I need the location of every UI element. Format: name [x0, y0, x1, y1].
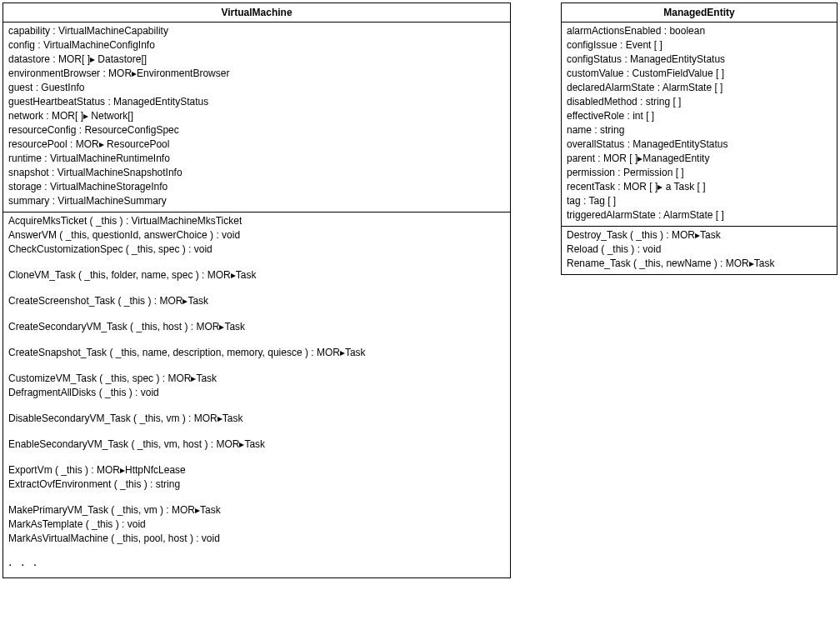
- vm-method-row: MarkAsVirtualMachine ( _this, pool, host…: [8, 532, 505, 546]
- vm-method-row: ExportVm ( _this ) : MOR▸HttpNfcLease: [8, 463, 505, 478]
- class-title-virtualmachine: VirtualMachine: [3, 3, 510, 22]
- vm-method-row: ExtractOvfEnvironment ( _this ) : string: [8, 478, 505, 492]
- vm-attribute-row: config : VirtualMachineConfigInfo: [8, 38, 505, 52]
- vm-method-row: CreateScreenshot_Task ( _this ) : MOR▸Ta…: [8, 294, 505, 308]
- vm-attribute-row: runtime : VirtualMachineRuntimeInfo: [8, 152, 505, 166]
- me-attribute-row: overallStatus : ManagedEntityStatus: [567, 138, 832, 152]
- me-attribute-row: configStatus : ManagedEntityStatus: [567, 52, 832, 67]
- vm-method-row: CreateSnapshot_Task ( _this, name, descr…: [8, 346, 505, 360]
- vm-method-row: AnswerVM ( _this, questionId, answerChoi…: [8, 228, 505, 242]
- methods-section-vm: AcquireMksTicket ( _this ) : VirtualMach…: [3, 212, 510, 549]
- vm-method-row: MakePrimaryVM_Task ( _this, vm ) : MOR▸T…: [8, 503, 505, 518]
- vm-attribute-row: guestHeartbeatStatus : ManagedEntityStat…: [8, 95, 505, 109]
- me-method-row: Destroy_Task ( _this ) : MOR▸Task: [567, 228, 832, 242]
- me-attribute-row: disabledMethod : string [ ]: [567, 95, 832, 109]
- attributes-section-me: alarmActionsEnabled : booleanconfigIssue…: [562, 22, 837, 226]
- vm-attribute-row: datastore : MOR[ ]▸ Datastore[]: [8, 52, 505, 67]
- vm-method-row: MarkAsTemplate ( _this ) : void: [8, 518, 505, 532]
- methods-section-me: Destroy_Task ( _this ) : MOR▸TaskReload …: [562, 226, 837, 274]
- vm-attribute-row: guest : GuestInfo: [8, 81, 505, 95]
- vm-method-row: EnableSecondaryVM_Task ( _this, vm, host…: [8, 438, 505, 452]
- me-attribute-row: customValue : CustomFieldValue [ ]: [567, 67, 832, 81]
- vm-attribute-row: snapshot : VirtualMachineSnapshotInfo: [8, 166, 505, 180]
- ellipsis-vm: . . .: [3, 549, 510, 578]
- me-method-row: Rename_Task ( _this, newName ) : MOR▸Tas…: [567, 257, 832, 271]
- class-title-managedentity: ManagedEntity: [562, 3, 837, 22]
- vm-method-row: AcquireMksTicket ( _this ) : VirtualMach…: [8, 214, 505, 228]
- vm-method-row: DisableSecondaryVM_Task ( _this, vm ) : …: [8, 412, 505, 426]
- me-attribute-row: declaredAlarmState : AlarmState [ ]: [567, 81, 832, 95]
- vm-attribute-row: resourcePool : MOR▸ ResourcePool: [8, 138, 505, 152]
- me-attribute-row: alarmActionsEnabled : boolean: [567, 24, 832, 38]
- me-attribute-row: name : string: [567, 123, 832, 138]
- vm-attribute-row: storage : VirtualMachineStorageInfo: [8, 180, 505, 194]
- attributes-section-vm: capability : VirtualMachineCapabilitycon…: [3, 22, 510, 212]
- vm-attribute-row: environmentBrowser : MOR▸EnvironmentBrow…: [8, 67, 505, 81]
- vm-method-row: CloneVM_Task ( _this, folder, name, spec…: [8, 268, 505, 282]
- vm-attribute-row: resourceConfig : ResourceConfigSpec: [8, 123, 505, 138]
- uml-class-virtualmachine: VirtualMachine capability : VirtualMachi…: [2, 2, 511, 578]
- me-attribute-row: parent : MOR [ ]▸ManagedEntity: [567, 152, 832, 166]
- me-attribute-row: effectiveRole : int [ ]: [567, 109, 832, 123]
- vm-method-row: CheckCustomizationSpec ( _this, spec ) :…: [8, 242, 505, 257]
- vm-attribute-row: capability : VirtualMachineCapability: [8, 24, 505, 38]
- uml-class-managedentity: ManagedEntity alarmActionsEnabled : bool…: [561, 2, 838, 275]
- me-attribute-row: permission : Permission [ ]: [567, 166, 832, 180]
- vm-attribute-row: network : MOR[ ]▸ Network[]: [8, 109, 505, 123]
- me-attribute-row: triggeredAlarmState : AlarmState [ ]: [567, 208, 832, 222]
- me-attribute-row: configIssue : Event [ ]: [567, 38, 832, 52]
- vm-attribute-row: summary : VirtualMachineSummary: [8, 194, 505, 208]
- vm-method-row: CustomizeVM_Task ( _this, spec ) : MOR▸T…: [8, 372, 505, 386]
- me-attribute-row: tag : Tag [ ]: [567, 194, 832, 208]
- vm-method-row: DefragmentAllDisks ( _this ) : void: [8, 386, 505, 400]
- vm-method-row: CreateSecondaryVM_Task ( _this, host ) :…: [8, 320, 505, 334]
- me-attribute-row: recentTask : MOR [ ]▸ a Task [ ]: [567, 180, 832, 194]
- me-method-row: Reload ( _this ) : void: [567, 242, 832, 257]
